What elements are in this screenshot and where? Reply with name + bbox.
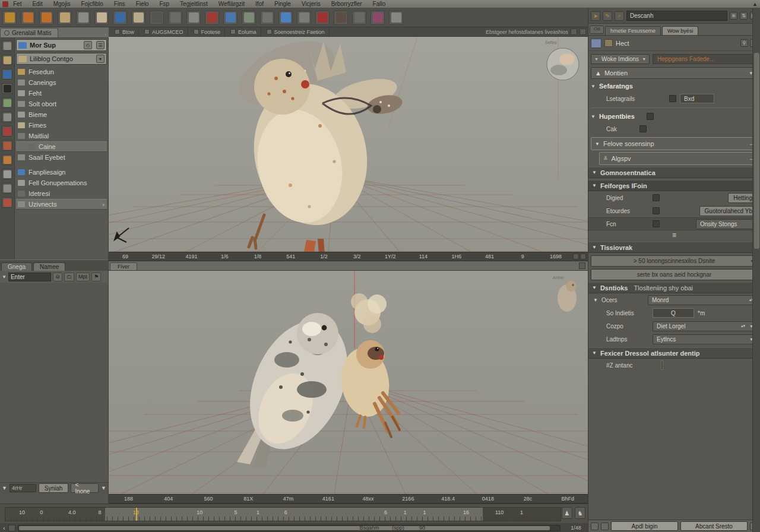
menu-item[interactable]: Ifof <box>255 0 264 8</box>
cozpo-dropdown[interactable]: Diet Lorgel ▴▾ ▼ <box>653 321 758 331</box>
chevron-down-icon[interactable]: ▼ <box>2 274 7 280</box>
screen-icon[interactable] <box>242 11 256 25</box>
snapshot-icon[interactable] <box>591 522 598 530</box>
walk-cycle-icon[interactable]: ♟ <box>562 507 572 519</box>
cancel-icon[interactable] <box>2 126 12 137</box>
move-tool-icon[interactable] <box>76 11 90 25</box>
viewport-3d-bottom[interactable]: Anber <box>109 271 588 494</box>
knife-tool-icon[interactable] <box>150 11 164 25</box>
object-item[interactable]: Fell Gonupemations <box>16 178 107 188</box>
sphere-icon[interactable] <box>2 83 12 94</box>
spray-tool-icon[interactable] <box>186 11 201 25</box>
object-item[interactable]: Caneings <box>16 77 107 88</box>
menu-item[interactable]: Edit <box>32 0 42 8</box>
redo-icon[interactable] <box>21 11 35 25</box>
object-item[interactable]: Saail Eyebet <box>16 152 107 163</box>
menu-item[interactable]: Vicjeris <box>302 0 321 8</box>
etourdes-checkbox[interactable] <box>653 207 660 214</box>
cone-primitive-icon[interactable] <box>94 11 109 25</box>
value-field[interactable] <box>661 360 663 370</box>
history-back-icon[interactable]: Od <box>590 26 604 34</box>
section-handle-icon[interactable]: ≡ <box>591 230 758 240</box>
tab-object-manager[interactable]: Grenalail Matis <box>0 28 58 37</box>
expand-icon[interactable]: ▾ <box>96 55 104 63</box>
fur-icon[interactable] <box>2 112 12 122</box>
object-item[interactable]: Maitlial <box>16 131 107 141</box>
window-icon[interactable] <box>223 11 238 25</box>
tissiovrak-button-1[interactable]: > 50 lonongscinnesxilos Dsnite ▼ <box>591 255 758 267</box>
object-item[interactable]: Idetresi <box>16 188 107 199</box>
sort-icon[interactable]: ⇅ <box>740 12 748 20</box>
none-dropdown[interactable]: < Inone <box>71 483 99 493</box>
mode-dropdown[interactable]: ▼ Woke Imdions ▼ <box>591 54 650 64</box>
panel-scrollbar[interactable] <box>752 8 760 532</box>
feather-icon[interactable] <box>2 169 12 179</box>
montien-dropdown[interactable]: ▲ Montien ▼ <box>591 67 758 79</box>
scroll-option-icon[interactable] <box>8 525 15 531</box>
ball-icon[interactable] <box>2 140 12 151</box>
bone-tool-icon[interactable] <box>205 11 219 25</box>
cube-icon[interactable] <box>2 40 12 51</box>
menu-item[interactable]: Fet <box>13 0 21 8</box>
visibility-toggle-icon[interactable]: ◇ <box>84 41 92 49</box>
panel-menu-icon[interactable]: ▫ <box>104 32 106 37</box>
pose-tool-icon[interactable] <box>39 11 53 25</box>
texture-icon[interactable] <box>639 125 647 132</box>
algspv-row[interactable]: ≚ Algspv – <box>599 152 758 165</box>
section-settings[interactable]: ▼ Sefaratngs <box>591 80 758 92</box>
value-field[interactable]: Q <box>653 308 694 318</box>
material-mode-button[interactable]: Mpt <box>76 273 90 281</box>
viewport-option-icon[interactable] <box>571 28 577 35</box>
object-item-secondary[interactable]: Liliblog Contgo ▾ <box>16 53 107 65</box>
object-preview-icon[interactable] <box>591 39 601 48</box>
section-fexicer[interactable]: ▼ Fexicer Dressol atlsunter dentip <box>588 347 760 359</box>
filter-input[interactable] <box>8 273 51 281</box>
abort-button[interactable]: Abcant Sresto <box>680 521 748 531</box>
digied-checkbox[interactable] <box>653 194 660 201</box>
palette-icon[interactable] <box>2 55 12 65</box>
section-tissiovrak[interactable]: ▼ Tissiovrak <box>588 242 760 253</box>
folder-icon[interactable]: 🗀 <box>64 273 74 281</box>
tab-viewport2[interactable]: Fiver <box>110 262 137 270</box>
blob-tool-icon[interactable] <box>278 11 293 25</box>
grid-icon[interactable] <box>2 154 12 165</box>
value-field[interactable]: Bxd <box>680 94 714 103</box>
menu-item[interactable]: Weflärgzit <box>218 0 245 8</box>
tab-mode[interactable]: hmetie Fesusseme <box>605 26 661 35</box>
brush-icon[interactable] <box>260 11 274 25</box>
splash-button[interactable]: Syniah <box>39 483 69 493</box>
viewport-menu-item[interactable]: Footese <box>189 27 226 36</box>
object-item[interactable]: Fesedun <box>16 66 107 77</box>
chevron-down-icon[interactable]: ▼ <box>101 485 106 491</box>
object-item-primary[interactable]: Mor Sup ◇ ☰ <box>16 39 107 51</box>
search-input[interactable] <box>626 11 727 21</box>
menu-item[interactable]: Fojcfiblo <box>81 0 103 8</box>
object-item[interactable]: Uzivnects ▸ <box>16 199 107 210</box>
archive-icon[interactable] <box>58 11 72 25</box>
ruler-option-icon[interactable] <box>580 254 586 259</box>
scroll-left-icon[interactable]: ‹ <box>0 525 8 531</box>
sphere-tool-icon[interactable] <box>389 11 403 25</box>
frame-icon[interactable] <box>131 11 145 25</box>
ruler-option-icon[interactable] <box>573 254 579 259</box>
object-item[interactable]: Solt obort <box>16 99 107 109</box>
viewport-option-icon[interactable] <box>580 28 586 35</box>
chevron-down-icon[interactable]: ▼ <box>2 485 7 491</box>
timeline-scroll-thumb[interactable] <box>19 526 550 530</box>
viewport-menu-item[interactable]: AUGSMCEO <box>140 27 188 36</box>
undo-icon[interactable] <box>2 11 17 25</box>
panel-scroll-thumb[interactable] <box>754 53 759 249</box>
list-menu-icon[interactable]: ☰ <box>96 41 104 49</box>
timeline-scroll-track[interactable]: Bsqahm(spp)90 <box>18 525 560 531</box>
section-dsntioks[interactable]: ▼ Dsntioks Tloslteniing shy obai <box>588 282 760 293</box>
database-icon[interactable] <box>2 197 12 208</box>
menu-item[interactable]: Tegjeitlinst <box>180 0 208 8</box>
flag-icon[interactable] <box>370 11 385 25</box>
object-item[interactable]: Fanpliesaign <box>16 167 107 178</box>
menu-item[interactable]: Fallo <box>373 0 386 8</box>
ocers-dropdown[interactable]: Monrd ▴▾ <box>648 295 758 305</box>
menu-item[interactable]: Brborryzfler <box>331 0 362 8</box>
option-checkbox[interactable] <box>647 113 654 120</box>
menu-item[interactable]: Fins <box>114 0 125 8</box>
menu-item[interactable]: Fielo <box>136 0 149 8</box>
